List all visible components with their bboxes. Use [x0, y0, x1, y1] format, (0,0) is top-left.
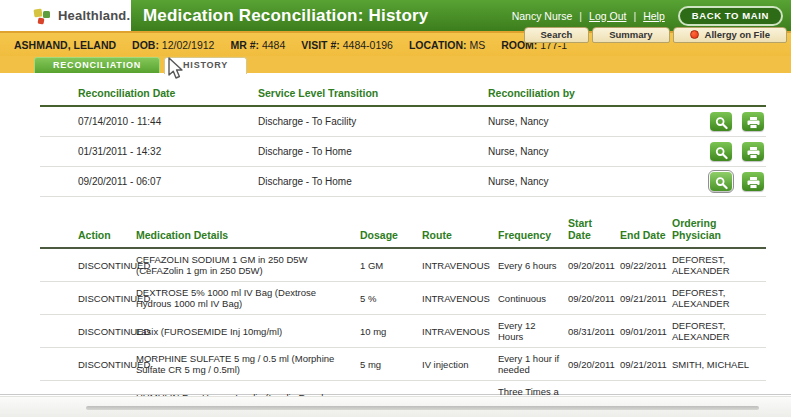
med-physician: DEFOREST, ALEXANDER: [672, 248, 766, 282]
view-reconciliation-button[interactable]: [710, 172, 732, 191]
col-medication-details: Medication Details: [136, 213, 360, 248]
summary-tab[interactable]: Summary: [592, 27, 669, 43]
search-tab-label: Search: [541, 29, 573, 40]
reconciliation-by: Nurse, Nancy: [488, 106, 648, 137]
table-row: DISCONTINUED MORPHINE SULFATE 5 mg / 0.5…: [40, 348, 766, 381]
printer-icon: [746, 146, 761, 160]
view-reconciliation-button[interactable]: [710, 112, 732, 131]
med-action: DISCONTINUED: [40, 315, 136, 348]
tab-reconciliation[interactable]: RECONCILIATION: [34, 57, 160, 73]
med-physician: DEFOREST, ALEXANDER: [672, 282, 766, 315]
footer-bar: [0, 396, 791, 417]
med-physician: DEFOREST, ALEXANDER: [672, 315, 766, 348]
col-end-date: End Date: [620, 213, 672, 248]
logo-text: Healthland.: [58, 8, 130, 23]
col-start-date: Start Date: [568, 213, 620, 248]
col-action: Action: [40, 213, 136, 248]
table-row: DISCONTINUED CEFAZOLIN SODIUM 1 GM in 25…: [40, 248, 766, 282]
med-action: DISCONTINUED: [40, 248, 136, 282]
healthland-logo: Healthland.: [0, 0, 131, 31]
back-to-main-button[interactable]: BACK TO MAIN: [678, 6, 783, 26]
magnifier-icon: [714, 116, 729, 130]
med-end-date: 09/22/2011: [620, 248, 672, 282]
quick-tabs: Search Summary Allergy on File: [524, 27, 787, 43]
print-reconciliation-button[interactable]: [742, 142, 764, 161]
help-link[interactable]: Help: [643, 10, 665, 22]
table-row: 07/14/2010 - 11:44 Discharge - To Facili…: [40, 106, 766, 137]
log-out-link[interactable]: Log Out: [589, 10, 626, 22]
visit-label: VISIT #:: [301, 39, 340, 51]
patient-dob: DOB: 12/02/1912: [132, 39, 214, 51]
med-details: DEXTROSE 5% 1000 ml IV Bag (Dextrose Hyd…: [136, 282, 360, 315]
medication-table: Action Medication Details Dosage Route F…: [40, 213, 766, 417]
col-dosage: Dosage: [360, 213, 422, 248]
med-frequency: Continuous: [498, 282, 568, 315]
magnifier-icon: [714, 146, 729, 160]
magnifier-icon: [714, 176, 729, 190]
content-area: Reconciliation Date Service Level Transi…: [0, 73, 791, 395]
reconciliation-date: 07/14/2010 - 11:44: [40, 106, 258, 137]
med-end-date: 09/01/2011: [620, 315, 672, 348]
divider: |: [579, 10, 582, 22]
tab-history[interactable]: HISTORY: [164, 57, 247, 74]
med-details: MORPHINE SULFATE 5 mg / 0.5 ml (Morphine…: [136, 348, 360, 381]
med-end-date: 09/21/2011: [620, 282, 672, 315]
progress-bar[interactable]: [86, 406, 759, 410]
print-reconciliation-button[interactable]: [742, 112, 764, 131]
dob-value: 12/02/1912: [162, 39, 215, 51]
med-route: IV injection: [422, 348, 498, 381]
med-dosage: 10 mg: [360, 315, 422, 348]
med-start-date: 08/31/2011: [568, 315, 620, 348]
patient-name: ASHMAND, LELAND: [14, 39, 116, 51]
med-frequency: Every 12 Hours: [498, 315, 568, 348]
summary-tab-label: Summary: [609, 29, 652, 40]
search-tab[interactable]: Search: [524, 27, 590, 43]
med-frequency: Every 6 hours: [498, 248, 568, 282]
user-name: Nancy Nurse: [512, 10, 573, 22]
allergy-alert-icon: [690, 30, 699, 39]
mr-label: MR #:: [230, 39, 259, 51]
col-frequency: Frequency: [498, 213, 568, 248]
med-details: CEFAZOLIN SODIUM 1 GM in 250 D5W (CeFAZo…: [136, 248, 360, 282]
med-details: Lasix (FUROSEMIDE Inj 10mg/ml): [136, 315, 360, 348]
print-reconciliation-button[interactable]: [742, 172, 764, 191]
col-route: Route: [422, 213, 498, 248]
med-dosage: 5 %: [360, 282, 422, 315]
view-reconciliation-button[interactable]: [710, 142, 732, 161]
col-reconciliation-by: Reconciliation by: [488, 83, 648, 106]
main-tabs: RECONCILIATION HISTORY: [0, 56, 791, 73]
visit-value: 4484-0196: [343, 39, 393, 51]
med-start-date: 09/20/2011: [568, 348, 620, 381]
reconciliation-date: 01/31/2011 - 14:32: [40, 137, 258, 167]
med-dosage: 5 mg: [360, 348, 422, 381]
patient-visit: VISIT #: 4484-0196: [301, 39, 393, 51]
allergy-on-file-tab[interactable]: Allergy on File: [673, 27, 787, 43]
table-row: DISCONTINUED DEXTROSE 5% 1000 ml IV Bag …: [40, 282, 766, 315]
med-route: INTRAVENOUS: [422, 248, 498, 282]
reconciliation-history-table: Reconciliation Date Service Level Transi…: [40, 83, 766, 197]
allergy-tab-label: Allergy on File: [705, 29, 770, 40]
service-level-transition: Discharge - To Home: [258, 137, 488, 167]
table-row: DISCONTINUED Lasix (FUROSEMIDE Inj 10mg/…: [40, 315, 766, 348]
med-physician: SMITH, MICHAEL: [672, 348, 766, 381]
table-row: 01/31/2011 - 14:32 Discharge - To Home N…: [40, 137, 766, 167]
history-table-header-row: Reconciliation Date Service Level Transi…: [40, 83, 766, 106]
med-end-date: 09/21/2011: [620, 348, 672, 381]
med-dosage: 1 GM: [360, 248, 422, 282]
medication-table-header-row: Action Medication Details Dosage Route F…: [40, 213, 766, 248]
service-level-transition: Discharge - To Home: [258, 167, 488, 197]
col-ordering-physician: Ordering Physician: [672, 213, 766, 248]
med-route: INTRAVENOUS: [422, 282, 498, 315]
med-start-date: 09/20/2011: [568, 248, 620, 282]
table-row: 09/20/2011 - 06:07 Discharge - To Home N…: [40, 167, 766, 197]
med-action: DISCONTINUED: [40, 282, 136, 315]
page-title: Medication Reconciliation: History: [143, 6, 428, 26]
med-start-date: 09/20/2011: [568, 282, 620, 315]
reconciliation-by: Nurse, Nancy: [488, 137, 648, 167]
mr-value: 4484: [262, 39, 285, 51]
app-window: Healthland. Medication Reconciliation: H…: [0, 0, 791, 417]
location-value: MS: [469, 39, 485, 51]
med-route: INTRAVENOUS: [422, 315, 498, 348]
user-links: Nancy Nurse | Log Out | Help BACK TO MAI…: [512, 6, 783, 26]
printer-icon: [746, 116, 761, 130]
